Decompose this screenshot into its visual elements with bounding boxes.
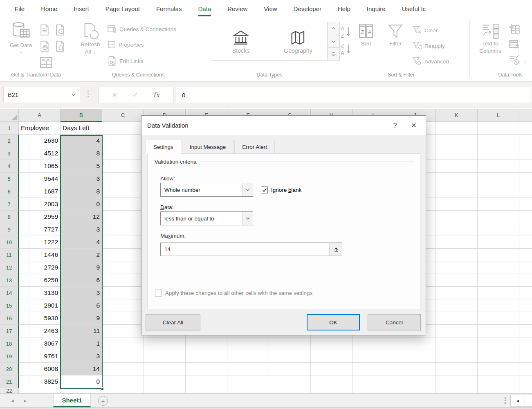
recent-sources-icon[interactable] bbox=[55, 24, 65, 36]
cell-J18[interactable] bbox=[394, 337, 436, 350]
cell-A20[interactable]: 6008 bbox=[19, 363, 61, 375]
cell-A4[interactable]: 1065 bbox=[19, 160, 61, 173]
cell-B11[interactable]: 2 bbox=[61, 249, 102, 261]
column-header-partial[interactable] bbox=[519, 109, 532, 122]
cell-C2[interactable] bbox=[102, 135, 144, 147]
row-header-5[interactable]: 5 bbox=[0, 173, 19, 185]
clear-all-button[interactable]: Clear All bbox=[146, 314, 200, 330]
cell-partial[interactable] bbox=[519, 223, 532, 236]
cell-F18[interactable] bbox=[227, 337, 269, 350]
cell-B7[interactable]: 0 bbox=[61, 198, 102, 211]
cell-A13[interactable]: 6258 bbox=[19, 274, 61, 287]
cell-B20[interactable]: 14 bbox=[61, 363, 102, 375]
cell-partial[interactable] bbox=[519, 160, 532, 173]
reapply-filter-button[interactable]: Reapply bbox=[412, 41, 445, 51]
tab-settings[interactable]: Settings bbox=[146, 139, 181, 154]
cell-partial[interactable] bbox=[519, 375, 532, 388]
cell-J21[interactable] bbox=[394, 375, 436, 388]
cell-K22[interactable] bbox=[436, 388, 478, 393]
cell-C11[interactable] bbox=[102, 249, 144, 261]
gallery-expand-button[interactable] bbox=[327, 48, 340, 61]
cell-L10[interactable] bbox=[478, 236, 519, 249]
sheet-tab-sheet1[interactable]: Sheet1 bbox=[53, 394, 91, 407]
column-header-A[interactable]: A bbox=[19, 109, 61, 122]
prev-sheet-icon[interactable]: ◄ bbox=[10, 398, 15, 403]
cell-K17[interactable] bbox=[436, 325, 478, 337]
cell-C18[interactable] bbox=[102, 337, 144, 350]
cell-I20[interactable] bbox=[352, 363, 394, 375]
cell-C4[interactable] bbox=[102, 160, 144, 173]
cell-L20[interactable] bbox=[478, 363, 519, 375]
row-header-4[interactable]: 4 bbox=[0, 160, 19, 173]
cell-B22[interactable] bbox=[61, 388, 102, 393]
cell-K2[interactable] bbox=[436, 135, 478, 147]
cell-L5[interactable] bbox=[478, 173, 519, 185]
cell-D19[interactable] bbox=[144, 350, 186, 363]
cell-C22[interactable] bbox=[102, 388, 144, 393]
cell-A10[interactable]: 1222 bbox=[19, 236, 61, 249]
cell-L16[interactable] bbox=[478, 312, 519, 325]
edit-links-button[interactable]: Edit Links bbox=[107, 56, 144, 66]
row-header-3[interactable]: 3 bbox=[0, 147, 19, 160]
cell-I18[interactable] bbox=[352, 337, 394, 350]
add-sheet-button[interactable]: + bbox=[98, 396, 108, 406]
collapse-dialog-button[interactable] bbox=[330, 243, 342, 256]
cell-C16[interactable] bbox=[102, 312, 144, 325]
from-table-range-icon[interactable] bbox=[38, 55, 54, 70]
chevron-down-icon[interactable] bbox=[242, 183, 253, 196]
cell-B17[interactable]: 11 bbox=[61, 325, 102, 337]
maximum-input[interactable]: 14 bbox=[160, 243, 330, 256]
cell-B9[interactable]: 3 bbox=[61, 223, 102, 236]
cell-L14[interactable] bbox=[478, 287, 519, 299]
cell-A17[interactable]: 2463 bbox=[19, 325, 61, 337]
chevron-down-icon[interactable]: ⌄ bbox=[523, 59, 527, 63]
cell-partial[interactable] bbox=[519, 185, 532, 198]
cell-B5[interactable]: 3 bbox=[61, 173, 102, 185]
cell-B1[interactable]: Days Left bbox=[61, 122, 102, 135]
ok-button[interactable]: OK bbox=[307, 314, 360, 330]
apply-changes-checkbox[interactable]: Apply these changes to all other cells w… bbox=[155, 290, 312, 297]
close-icon[interactable]: ✕ bbox=[404, 116, 423, 135]
name-box-dropdown-icon[interactable] bbox=[72, 94, 76, 96]
cell-G20[interactable] bbox=[269, 363, 311, 375]
ribbon-tab-view[interactable]: View bbox=[256, 2, 285, 15]
cell-L18[interactable] bbox=[478, 337, 519, 350]
tab-input-message[interactable]: Input Message bbox=[182, 140, 234, 154]
cell-I22[interactable] bbox=[352, 388, 394, 393]
cell-partial[interactable] bbox=[519, 147, 532, 160]
cell-K6[interactable] bbox=[436, 185, 478, 198]
cell-K8[interactable] bbox=[436, 211, 478, 223]
gallery-down-button[interactable] bbox=[327, 35, 340, 48]
cell-L22[interactable] bbox=[478, 388, 519, 393]
advanced-filter-button[interactable]: Advanced bbox=[412, 56, 449, 66]
cell-B18[interactable]: 1 bbox=[61, 337, 102, 350]
cell-E20[interactable] bbox=[186, 363, 227, 375]
cell-partial[interactable] bbox=[519, 337, 532, 350]
cell-partial[interactable] bbox=[519, 350, 532, 363]
cell-C20[interactable] bbox=[102, 363, 144, 375]
ribbon-tab-home[interactable]: Home bbox=[33, 2, 65, 15]
cell-B21[interactable]: 0 bbox=[61, 375, 102, 388]
cell-E21[interactable] bbox=[186, 375, 227, 388]
row-header-15[interactable]: 15 bbox=[0, 299, 19, 312]
from-web-icon[interactable] bbox=[39, 40, 50, 52]
cell-L6[interactable] bbox=[478, 185, 519, 198]
row-header-20[interactable]: 20 bbox=[0, 363, 19, 375]
cell-A18[interactable]: 3067 bbox=[19, 337, 61, 350]
cell-K14[interactable] bbox=[436, 287, 478, 299]
cell-D22[interactable] bbox=[144, 388, 186, 393]
cell-F20[interactable] bbox=[227, 363, 269, 375]
cell-L3[interactable] bbox=[478, 147, 519, 160]
cell-G18[interactable] bbox=[269, 337, 311, 350]
cell-H18[interactable] bbox=[311, 337, 352, 350]
cell-A2[interactable]: 2630 bbox=[19, 135, 61, 147]
cell-C21[interactable] bbox=[102, 375, 144, 388]
cell-partial[interactable] bbox=[519, 274, 532, 287]
from-text-file-icon[interactable] bbox=[39, 24, 50, 36]
cell-F19[interactable] bbox=[227, 350, 269, 363]
cell-G19[interactable] bbox=[269, 350, 311, 363]
tab-error-alert[interactable]: Error Alert bbox=[234, 140, 275, 154]
cell-K12[interactable] bbox=[436, 261, 478, 274]
cell-partial[interactable] bbox=[519, 261, 532, 274]
cell-A8[interactable]: 2959 bbox=[19, 211, 61, 223]
